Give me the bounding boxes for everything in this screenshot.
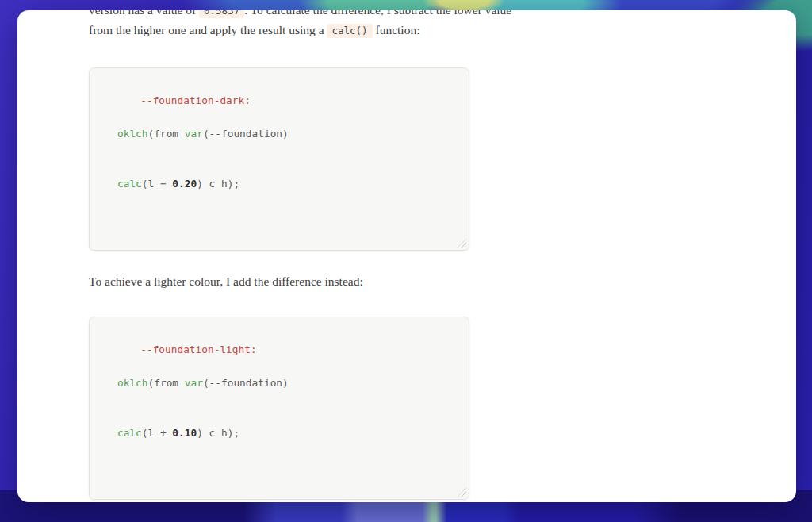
inline-code-value: 0.5837 bbox=[199, 10, 244, 18]
code-function: var bbox=[185, 377, 203, 389]
code-line: oklch(from var(--foundation) bbox=[104, 125, 454, 142]
article-card: version has a value of 0.5837. To calcul… bbox=[17, 10, 796, 502]
paragraph-text: function: bbox=[373, 23, 420, 36]
paragraph-lighter: To achieve a lighter colour, I add the d… bbox=[89, 272, 764, 291]
code-text: (--foundation) bbox=[203, 377, 289, 389]
code-number: 0.20 bbox=[172, 178, 197, 190]
code-text: (--foundation) bbox=[203, 128, 289, 140]
code-text: ) c h); bbox=[197, 427, 239, 439]
code-text: (l + bbox=[142, 427, 173, 439]
paragraph-line: version has a value of 0.5837. To calcul… bbox=[89, 10, 764, 21]
code-function: var bbox=[185, 128, 203, 140]
code-number: 0.10 bbox=[172, 427, 197, 439]
paragraph-intro: version has a value of 0.5837. To calcul… bbox=[89, 10, 764, 40]
inline-code-calc: calc() bbox=[327, 24, 372, 38]
code-block-foundation-dark: --foundation-dark: oklch(from var(--foun… bbox=[89, 67, 469, 251]
code-text: ) c h); bbox=[197, 178, 239, 190]
paragraph-text: from the higher one and apply the result… bbox=[89, 23, 327, 36]
code-text: (from bbox=[148, 377, 185, 389]
resize-handle-icon[interactable] bbox=[458, 239, 466, 248]
code-function: calc bbox=[117, 178, 142, 190]
code-property: --foundation-light: bbox=[140, 344, 256, 355]
code-function: oklch bbox=[117, 128, 148, 140]
code-function: oklch bbox=[117, 377, 148, 389]
code-block-foundation-light: --foundation-light: oklch(from var(--fou… bbox=[89, 317, 469, 500]
code-text: (from bbox=[148, 128, 185, 140]
code-line: calc(l + 0.10) c h); bbox=[104, 424, 454, 441]
code-line: oklch(from var(--foundation) bbox=[104, 374, 454, 391]
code-line: calc(l − 0.20) c h); bbox=[104, 175, 454, 192]
paragraph-text: . To calculate the difference, I subtrac… bbox=[244, 10, 511, 17]
paragraph-line: from the higher one and apply the result… bbox=[89, 21, 764, 40]
paragraph-text: version has a value of bbox=[89, 10, 199, 17]
code-text: (l − bbox=[142, 178, 173, 190]
code-function: calc bbox=[117, 427, 142, 439]
resize-handle-icon[interactable] bbox=[458, 488, 466, 497]
code-property: --foundation-dark: bbox=[140, 94, 251, 106]
